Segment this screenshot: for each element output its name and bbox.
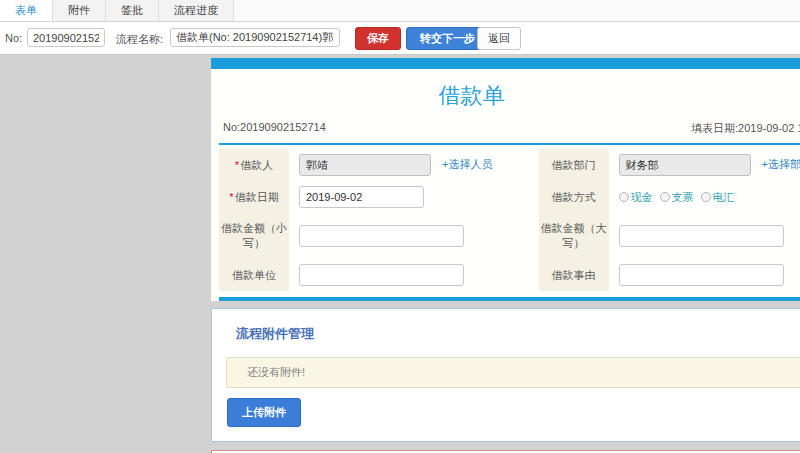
loan-unit-label: 借款单位 — [232, 269, 276, 281]
radio-circle-icon — [619, 192, 629, 202]
borrower-label-cell: *借款人 — [219, 149, 289, 181]
back-button[interactable]: 返回 — [477, 27, 521, 50]
form-meta-row: No:20190902152714 填表日期:2019-09-02 15:27:… — [219, 121, 800, 137]
divider-thin — [219, 143, 800, 145]
loan-method-label: 借款方式 — [552, 191, 596, 203]
loan-reason-label-cell: 借款事由 — [539, 259, 609, 291]
amount-lowercase-label: 借款金额（小写） — [221, 222, 287, 249]
amount-uppercase-label: 借款金额（大写） — [541, 222, 607, 249]
amount-lowercase-label-cell: 借款金额（小写） — [219, 213, 289, 259]
tab-form[interactable]: 表单 — [0, 0, 53, 21]
tab-process-progress[interactable]: 流程进度 — [159, 0, 234, 21]
table-row: 借款金额（小写） 借款金额（大写） — [219, 213, 800, 259]
radio-circle-icon — [660, 192, 670, 202]
radio-wire-transfer-label: 电汇 — [713, 190, 735, 205]
upload-attachment-button[interactable]: 上传附件 — [227, 398, 301, 427]
loan-form-panel: 借款单 No:20190902152714 填表日期:2019-09-02 15… — [211, 58, 800, 453]
amount-uppercase-input[interactable] — [619, 225, 784, 247]
command-bar: No: 流程名称: 保存 转交下一步 返回 — [0, 22, 800, 55]
select-person-link[interactable]: +选择人员 — [442, 158, 492, 170]
loan-method-label-cell: 借款方式 — [539, 181, 609, 213]
no-label: No: — [5, 32, 22, 44]
tab-approval[interactable]: 签批 — [106, 0, 159, 21]
tab-bar: 表单 附件 签批 流程进度 — [0, 0, 800, 22]
panel-top-accent-bar — [211, 58, 800, 69]
department-input[interactable] — [619, 154, 751, 176]
process-name-input[interactable] — [170, 28, 340, 47]
loan-reason-input[interactable] — [619, 264, 784, 286]
required-asterisk: * — [235, 159, 239, 171]
borrower-input[interactable] — [299, 154, 431, 176]
radio-cheque-label: 支票 — [672, 190, 694, 205]
table-row: *借款人 +选择人员 借款部门 +选择部门 — [219, 149, 800, 181]
select-department-link[interactable]: +选择部门 — [762, 158, 800, 170]
loan-form-card: 借款单 No:20190902152714 填表日期:2019-09-02 15… — [211, 69, 800, 301]
tab-attachments[interactable]: 附件 — [53, 0, 106, 21]
attachment-section-heading: 流程附件管理 — [236, 325, 800, 343]
page-title: 借款单 — [219, 69, 724, 121]
loan-date-input[interactable] — [299, 186, 424, 208]
loan-date-label: 借款日期 — [235, 191, 279, 203]
radio-wire-transfer[interactable]: 电汇 — [701, 190, 735, 205]
no-input[interactable] — [27, 28, 105, 47]
loan-reason-label: 借款事由 — [552, 269, 596, 281]
radio-cheque[interactable]: 支票 — [660, 190, 694, 205]
radio-cash[interactable]: 现金 — [619, 190, 653, 205]
amount-uppercase-label-cell: 借款金额（大写） — [539, 213, 609, 259]
table-row: 借款单位 借款事由 — [219, 259, 800, 291]
form-number-text: No:20190902152714 — [223, 121, 326, 133]
radio-cash-label: 现金 — [631, 190, 653, 205]
amount-lowercase-input[interactable] — [299, 225, 464, 247]
loan-unit-label-cell: 借款单位 — [219, 259, 289, 291]
loan-form-table: *借款人 +选择人员 借款部门 +选择部门 *借款日期 — [219, 149, 800, 291]
attachment-management-card: 流程附件管理 还没有附件! 上传附件 — [211, 308, 800, 442]
process-name-label: 流程名称: — [116, 32, 163, 47]
divider-thick — [219, 297, 800, 301]
radio-circle-icon — [701, 192, 711, 202]
department-label: 借款部门 — [552, 159, 596, 171]
form-fill-date-text: 填表日期:2019-09-02 15:27:1 — [691, 121, 800, 136]
loan-method-radio-group: 现金 支票 电汇 — [619, 190, 735, 205]
department-label-cell: 借款部门 — [539, 149, 609, 181]
required-asterisk: * — [229, 191, 233, 203]
no-attachments-alert: 还没有附件! — [226, 357, 800, 388]
loan-unit-input[interactable] — [299, 264, 464, 286]
loan-date-label-cell: *借款日期 — [219, 181, 289, 213]
table-row: *借款日期 借款方式 现金 支票 — [219, 181, 800, 213]
borrower-label: 借款人 — [240, 159, 273, 171]
save-button[interactable]: 保存 — [355, 27, 401, 50]
